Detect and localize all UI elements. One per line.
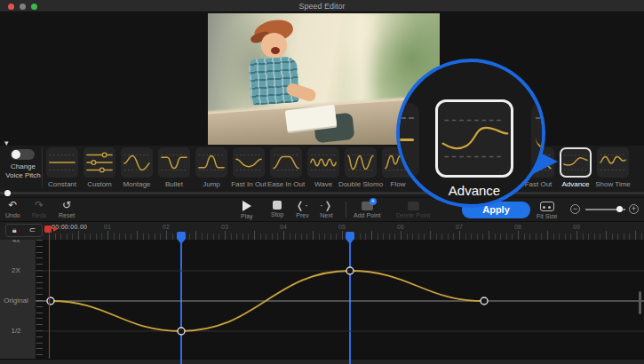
ruler-label: 03 [221,224,228,230]
magnified-advance-thumbnail [435,99,513,178]
divider [346,202,346,218]
undo-button[interactable]: ↶Undo [5,200,20,218]
preset-thumbnail [560,147,592,178]
playhead-arrow-icon [53,226,58,232]
preset-thumbnail [233,147,265,178]
next-point-button[interactable]: ·❭Next [320,200,333,218]
ruler-label: 06 [397,224,404,230]
zoom-in-button[interactable]: + [629,204,639,214]
preset-thumbnail [270,147,302,178]
ruler-label: 07 [456,224,463,230]
zoom-slider-handle[interactable] [616,206,623,212]
undo-icon: ↶ [8,200,17,211]
speed-axis-label: Original [0,297,32,305]
redo-button[interactable]: ↷Redo [32,200,47,218]
curve-point[interactable] [346,267,354,274]
playhead-handle[interactable] [44,226,52,233]
magnifier-circle: Advance [396,59,545,208]
add-point-button[interactable]: +Add Point [354,200,380,218]
preset-thumbnail [121,147,153,178]
speed-axis-label: 1/2 [0,327,32,335]
stop-button[interactable]: Stop [271,200,283,218]
preset-label: Show Time [586,180,640,188]
toolbar: ↶Undo ↷Redo ↺Reset Play Stop ❬·Prev ·❭Ne… [0,197,644,222]
play-icon [242,201,251,211]
preset-thumbnail [46,147,78,178]
ruler-label: 08 [514,224,521,230]
lock-icon[interactable]: 🔒︎ [12,226,17,234]
delete-point-icon [408,202,419,210]
preset-showtime[interactable]: Show Time [597,147,629,188]
child-shirt [248,56,299,106]
speed-axis-label: 4x [0,240,32,244]
collapse-caret-icon[interactable]: ▾ [4,138,9,147]
window-title: Speed Editor [0,2,644,11]
vertical-scrollbar-handle[interactable] [639,291,641,314]
title-bar: Speed Editor [0,0,644,12]
add-point-icon: + [362,202,373,210]
prev-icon: ❬· [296,200,309,211]
preset-scrollbar[interactable] [0,192,644,194]
reset-icon: ↺ [62,200,71,211]
speed-curve-svg [36,240,644,359]
next-icon: ·❭ [320,200,333,211]
preset-thumbnail [83,147,115,178]
ruler-label: 01 [104,224,111,230]
ruler-label: 05 [338,224,346,230]
stop-icon [273,201,282,210]
playhead-line [49,235,51,359]
curve-point[interactable] [178,328,185,335]
speed-axis-label: 2X [0,266,32,274]
fit-size-icon [540,202,554,211]
video-preview-area [0,13,644,146]
preset-thumbnail [345,147,377,178]
voice-pitch-toggle[interactable] [11,149,35,160]
timeline-tools: 🔒︎ ⊂ [5,224,43,237]
delete-point-button[interactable]: Delete Point [396,200,430,218]
preset-thumbnail [158,147,190,178]
toggle-knob [12,150,20,159]
speed-axis-panel: 4x2XOriginal1/2 [0,240,36,359]
fit-size-button[interactable]: Fit Size [537,200,557,219]
voice-pitch-label: Change Voice Pitch [0,162,46,180]
zoom-out-button[interactable]: − [570,204,580,214]
timeline-graph-section: 🔒︎ ⊂ 00:00:00.00 010203040506070809 4x2X… [0,222,644,364]
ruler-label: 09 [573,224,580,230]
curve-point[interactable] [481,297,488,305]
preset-thumbnail [597,147,629,178]
preset-scrollbar-handle[interactable] [4,190,11,196]
preset-thumbnail [195,147,227,178]
bottom-scrollbar[interactable] [0,359,644,364]
speed-editor-window: Speed Editor ▾ Change Voice Pitch C [0,0,644,364]
ruler-label: 04 [280,224,287,230]
redo-icon: ↷ [35,200,44,211]
prev-point-button[interactable]: ❬·Prev [296,200,309,218]
play-button[interactable]: Play [241,200,253,219]
reset-button[interactable]: ↺Reset [59,200,75,218]
snap-icon[interactable]: ⊂ [29,226,36,234]
preset-thumbnail [307,147,339,178]
ruler-label: 02 [163,224,170,230]
